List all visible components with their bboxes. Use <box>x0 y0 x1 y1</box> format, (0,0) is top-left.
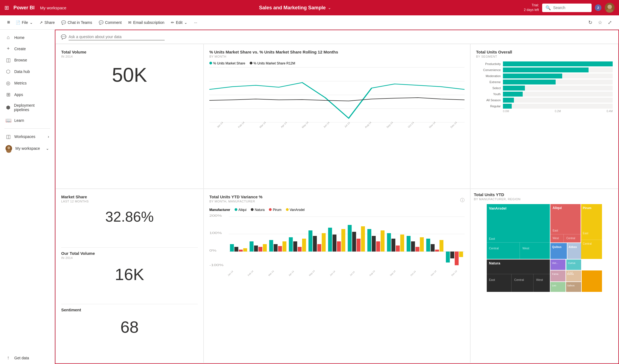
brand-name: Power BI <box>13 5 35 11</box>
svg-rect-25 <box>274 244 277 252</box>
fullscreen-btn[interactable]: ⤢ <box>606 18 614 27</box>
qa-input[interactable] <box>69 33 165 40</box>
my-workspace-arrow: ⌄ <box>46 146 49 151</box>
sidebar-item-deployment[interactable]: ⬢ Deployment pipelines <box>0 100 55 115</box>
sidebar-item-get-data[interactable]: ↑ Get data <box>0 352 55 364</box>
comment-btn[interactable]: 💬 Comment <box>96 19 125 26</box>
search-input[interactable] <box>553 5 589 10</box>
bar-row-select: Select <box>476 86 613 91</box>
refresh-btn[interactable]: ↻ <box>587 18 594 27</box>
sidebar-item-home[interactable]: ⌂ Home <box>0 32 55 43</box>
svg-text:West: West <box>553 237 559 240</box>
svg-text:Leo: Leo <box>552 284 556 287</box>
treemap-area: VanArsdel East Central West Aliqui East <box>474 204 615 292</box>
grouped-bar-chart: 200% 100% 0% -100% <box>209 214 465 274</box>
browse-icon: ◫ <box>5 57 11 63</box>
file-menu[interactable]: 📄 File ⌄ <box>13 19 36 26</box>
svg-rect-50 <box>396 246 400 252</box>
toggle-sidebar-btn[interactable]: ≡ <box>5 18 12 27</box>
tile-total-units-ytd: Total Units YTD BY MANUFACTURER, REGION … <box>470 189 618 363</box>
svg-rect-100 <box>582 259 587 270</box>
svg-rect-97 <box>566 259 581 270</box>
title-chevron-icon[interactable]: ⌄ <box>328 5 331 10</box>
svg-rect-16 <box>230 244 234 252</box>
tile-total-units-overall: Total Units Overall BY SEGMENT Productiv… <box>470 44 618 189</box>
bar-row-convenience: Convenience <box>476 67 613 72</box>
sidebar-item-workspaces[interactable]: ◫ Workspaces › <box>0 131 55 142</box>
svg-text:Aliqui: Aliqui <box>553 206 562 210</box>
svg-rect-22 <box>258 247 262 252</box>
svg-rect-27 <box>282 241 286 252</box>
svg-text:-100%: -100% <box>209 264 224 267</box>
sidebar-item-learn[interactable]: 📖 Learn <box>0 115 55 126</box>
ytd-info-icon: ⓘ <box>460 197 465 203</box>
email-subscription-btn[interactable]: ✉ Email subscription <box>125 19 167 26</box>
top-navbar: ⊞ Power BI My workspace Sales and Market… <box>0 0 619 15</box>
svg-rect-60 <box>446 252 450 263</box>
home-icon: ⌂ <box>5 35 11 40</box>
svg-text:Vict...: Vict... <box>552 262 558 264</box>
svg-rect-36 <box>328 228 332 252</box>
svg-rect-57 <box>431 244 435 252</box>
share-btn[interactable]: ↗ Share <box>37 19 57 26</box>
bar-row-regular: Regular <box>476 104 613 109</box>
svg-rect-61 <box>450 252 454 258</box>
edit-btn[interactable]: ✏ Edit ⌄ <box>168 19 190 26</box>
svg-rect-32 <box>308 230 312 252</box>
svg-text:Abbas: Abbas <box>569 246 577 249</box>
bar-row-all-season: All Season <box>476 98 613 103</box>
sidebar-item-my-workspace[interactable]: My workspace ⌄ <box>0 142 55 154</box>
workspace-name[interactable]: My workspace <box>40 5 66 10</box>
svg-text:Fama: Fama <box>552 273 558 275</box>
create-icon: + <box>5 46 11 52</box>
comment-icon: 💬 <box>99 20 103 25</box>
svg-rect-33 <box>313 236 317 252</box>
svg-rect-48 <box>387 233 391 252</box>
line-chart-legend: % Units Market Share % Units Market Shar… <box>209 61 465 65</box>
svg-rect-21 <box>254 246 258 252</box>
svg-rect-87 <box>550 259 565 270</box>
get-data-icon: ↑ <box>5 355 11 361</box>
chat-in-teams-btn[interactable]: 💬 Chat in Teams <box>58 19 95 26</box>
svg-rect-52 <box>407 236 410 252</box>
svg-text:Central: Central <box>489 247 499 250</box>
metrics-icon: ◎ <box>5 80 11 86</box>
sidebar-item-browse[interactable]: ◫ Browse <box>0 54 55 66</box>
svg-rect-34 <box>317 244 321 252</box>
svg-rect-40 <box>348 225 351 252</box>
svg-rect-43 <box>361 226 365 252</box>
svg-point-0 <box>607 5 612 9</box>
svg-point-1 <box>606 9 614 13</box>
svg-rect-28 <box>289 237 293 252</box>
search-box[interactable]: 🔍 <box>542 4 592 12</box>
svg-rect-41 <box>352 232 356 252</box>
svg-text:Central: Central <box>583 242 592 245</box>
bar-row-moderation: Moderation <box>476 74 613 78</box>
svg-rect-39 <box>341 229 345 252</box>
sidebar-item-data-hub[interactable]: ⬡ Data hub <box>0 66 55 77</box>
my-workspace-avatar <box>5 145 12 152</box>
notification-badge[interactable]: 2 <box>595 4 601 11</box>
svg-text:East: East <box>583 232 588 235</box>
sidebar-item-create[interactable]: + Create <box>0 43 55 54</box>
svg-rect-30 <box>298 247 302 252</box>
favorite-btn[interactable]: ☆ <box>596 18 604 27</box>
svg-text:East: East <box>489 278 495 281</box>
svg-text:Currus: Currus <box>568 262 576 264</box>
svg-rect-23 <box>263 244 267 252</box>
sidebar-item-metrics[interactable]: ◎ Metrics <box>0 77 55 89</box>
svg-rect-62 <box>455 252 458 265</box>
sidebar-item-apps[interactable]: ⊞ Apps <box>0 89 55 100</box>
svg-rect-59 <box>440 240 443 252</box>
workspaces-arrow: › <box>48 134 49 139</box>
svg-point-3 <box>6 149 11 153</box>
grid-icon[interactable]: ⊞ <box>4 4 9 11</box>
toolbar: ≡ 📄 File ⌄ ↗ Share 💬 Chat in Teams 💬 Com… <box>0 15 619 30</box>
avatar[interactable] <box>605 3 615 13</box>
svg-rect-29 <box>293 241 297 252</box>
more-menu-btn[interactable]: ··· <box>191 19 200 26</box>
sidebar-divider <box>4 128 50 129</box>
svg-rect-24 <box>269 240 273 252</box>
svg-text:200%: 200% <box>209 214 222 217</box>
svg-rect-49 <box>392 239 395 252</box>
